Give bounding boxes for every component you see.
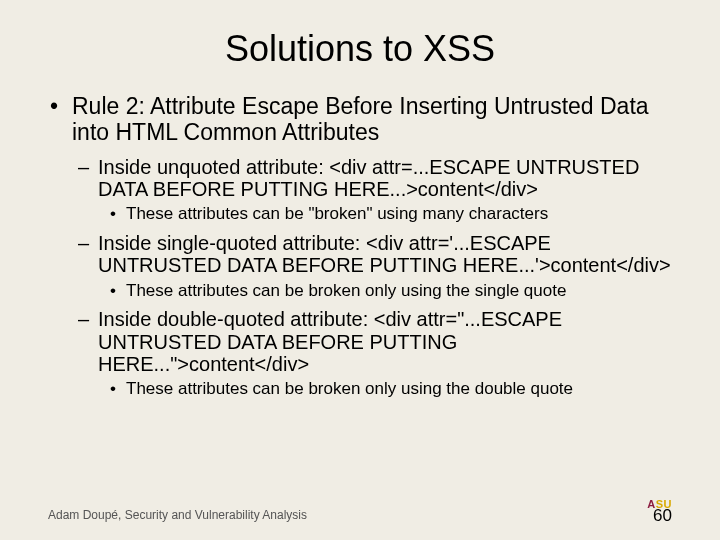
bullet-level2: Inside single-quoted attribute: <div att… bbox=[48, 232, 672, 277]
bullet-level3: These attributes can be broken only usin… bbox=[48, 281, 672, 301]
bullet-level3: These attributes can be broken only usin… bbox=[48, 379, 672, 399]
bullet-level1: Rule 2: Attribute Escape Before Insertin… bbox=[48, 94, 672, 146]
slide-title: Solutions to XSS bbox=[48, 28, 672, 70]
slide: Solutions to XSS Rule 2: Attribute Escap… bbox=[0, 0, 720, 540]
bullet-level2: Inside double-quoted attribute: <div att… bbox=[48, 308, 672, 375]
bullet-level2: Inside unquoted attribute: <div attr=...… bbox=[48, 156, 672, 201]
page-number: 60 bbox=[653, 506, 672, 526]
bullet-level3: These attributes can be "broken" using m… bbox=[48, 204, 672, 224]
footer-text: Adam Doupé, Security and Vulnerability A… bbox=[48, 508, 307, 522]
